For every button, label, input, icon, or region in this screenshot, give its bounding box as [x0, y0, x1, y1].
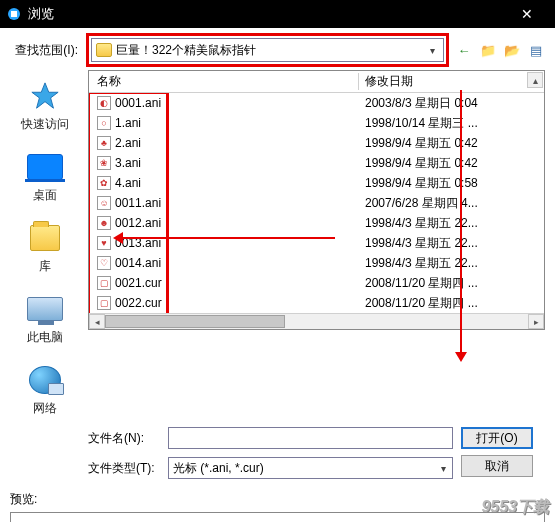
svg-marker-2	[32, 83, 58, 108]
file-name: 1.ani	[115, 116, 141, 130]
col-date-header[interactable]: 修改日期	[359, 73, 544, 90]
file-name: 0013.ani	[115, 236, 161, 250]
lookin-label: 查找范围(I):	[10, 42, 82, 59]
close-button[interactable]: ✕	[505, 6, 549, 22]
scroll-track[interactable]	[105, 314, 528, 329]
place-label: 桌面	[33, 187, 57, 204]
place-label: 此电脑	[27, 329, 63, 346]
file-row[interactable]: ❀3.ani1998/9/4 星期五 0:42	[89, 153, 544, 173]
place-label: 库	[39, 258, 51, 275]
scroll-up-button[interactable]: ▴	[527, 72, 543, 88]
filename-row: 文件名(N):	[88, 427, 453, 449]
network-icon	[29, 366, 61, 394]
file-icon: ♥	[97, 236, 111, 250]
preview-label: 预览:	[10, 491, 555, 508]
file-date: 1998/9/4 星期五 0:42	[359, 155, 544, 172]
file-row[interactable]: ☺0011.ani2007/6/28 星期四 4...	[89, 193, 544, 213]
place-quickaccess[interactable]: 快速访问	[21, 80, 69, 133]
watermark: 9553下载	[481, 497, 549, 518]
file-list-area: 名称 修改日期 ▴ ◐0001.ani2003/8/3 星期日 0:04○1.a…	[88, 70, 545, 330]
desktop-icon	[27, 154, 63, 180]
pc-icon	[27, 297, 63, 321]
file-row[interactable]: ✿4.ani1998/9/4 星期五 0:58	[89, 173, 544, 193]
svg-rect-1	[11, 11, 17, 17]
app-icon	[6, 6, 22, 22]
file-row[interactable]: ♣2.ani1998/9/4 星期五 0:42	[89, 133, 544, 153]
file-date: 2003/8/3 星期日 0:04	[359, 95, 544, 112]
file-name: 0011.ani	[115, 196, 161, 210]
place-desktop[interactable]: 桌面	[27, 151, 63, 204]
filetype-row: 文件类型(T): 光标 (*.ani, *.cur)	[88, 457, 453, 479]
column-headers: 名称 修改日期	[89, 71, 544, 93]
open-button[interactable]: 打开(O)	[461, 427, 533, 449]
file-date: 1998/4/3 星期五 22...	[359, 255, 544, 272]
file-date: 2008/11/20 星期四 ...	[359, 295, 544, 312]
col-name-header[interactable]: 名称	[89, 73, 359, 90]
file-name: 2.ani	[115, 136, 141, 150]
file-row[interactable]: ◐0001.ani2003/8/3 星期日 0:04	[89, 93, 544, 113]
file-row[interactable]: ▢0022.cur2008/11/20 星期四 ...	[89, 293, 544, 313]
chevron-down-icon: ▾	[430, 45, 439, 56]
file-name: 0001.ani	[115, 96, 161, 110]
file-date: 1998/10/14 星期三 ...	[359, 115, 544, 132]
scroll-right-button[interactable]: ▸	[528, 314, 544, 329]
file-icon: ☺	[97, 196, 111, 210]
filetype-combo[interactable]: 光标 (*.ani, *.cur)	[168, 457, 453, 479]
lookin-row: 查找范围(I): 巨量！322个精美鼠标指针 ▾ ← 📁 📂 ▤	[10, 34, 545, 66]
library-icon	[30, 225, 60, 251]
window-title: 浏览	[28, 5, 505, 23]
file-icon: ☻	[97, 216, 111, 230]
file-row[interactable]: ♡0014.ani1998/4/3 星期五 22...	[89, 253, 544, 273]
file-date: 1998/4/3 星期五 22...	[359, 235, 544, 252]
file-name: 4.ani	[115, 176, 141, 190]
views-button[interactable]: ▤	[527, 41, 545, 59]
file-name: 0022.cur	[115, 296, 162, 310]
filename-input[interactable]	[168, 427, 453, 449]
file-icon: ❀	[97, 156, 111, 170]
up-button[interactable]: 📁	[479, 41, 497, 59]
lookin-combo[interactable]: 巨量！322个精美鼠标指针 ▾	[91, 38, 444, 62]
cancel-button[interactable]: 取消	[461, 455, 533, 477]
file-date: 1998/9/4 星期五 0:42	[359, 135, 544, 152]
place-library[interactable]: 库	[27, 222, 63, 275]
file-icon: ✿	[97, 176, 111, 190]
file-date: 2008/11/20 星期四 ...	[359, 275, 544, 292]
file-list[interactable]: ◐0001.ani2003/8/3 星期日 0:04○1.ani1998/10/…	[89, 93, 544, 313]
file-date: 2007/6/28 星期四 4...	[359, 195, 544, 212]
filename-label: 文件名(N):	[88, 430, 160, 447]
place-label: 网络	[33, 400, 57, 417]
place-thispc[interactable]: 此电脑	[27, 293, 63, 346]
file-row[interactable]: ☻0012.ani1998/4/3 星期五 22...	[89, 213, 544, 233]
file-row[interactable]: ▢0021.cur2008/11/20 星期四 ...	[89, 273, 544, 293]
file-date: 1998/4/3 星期五 22...	[359, 215, 544, 232]
file-icon: ○	[97, 116, 111, 130]
scroll-thumb[interactable]	[105, 315, 285, 328]
scroll-left-button[interactable]: ◂	[89, 314, 105, 329]
file-icon: ♣	[97, 136, 111, 150]
place-network[interactable]: 网络	[27, 364, 63, 417]
lookin-highlight: 巨量！322个精美鼠标指针 ▾	[86, 33, 449, 67]
places-bar: 快速访问 桌面 库 此电脑 网络	[10, 70, 80, 417]
file-name: 0021.cur	[115, 276, 162, 290]
titlebar: 浏览 ✕	[0, 0, 555, 28]
place-label: 快速访问	[21, 116, 69, 133]
file-row[interactable]: ♥0013.ani1998/4/3 星期五 22...	[89, 233, 544, 253]
file-name: 0014.ani	[115, 256, 161, 270]
file-icon: ♡	[97, 256, 111, 270]
file-date: 1998/9/4 星期五 0:58	[359, 175, 544, 192]
file-icon: ◐	[97, 96, 111, 110]
lookin-toolbar: ← 📁 📂 ▤	[455, 41, 545, 59]
newfolder-button[interactable]: 📂	[503, 41, 521, 59]
file-name: 0012.ani	[115, 216, 161, 230]
filetype-label: 文件类型(T):	[88, 460, 160, 477]
preview-box	[10, 512, 545, 522]
file-icon: ▢	[97, 296, 111, 310]
back-button[interactable]: ←	[455, 41, 473, 59]
folder-icon	[96, 43, 112, 57]
hscrollbar[interactable]: ◂ ▸	[89, 313, 544, 329]
file-row[interactable]: ○1.ani1998/10/14 星期三 ...	[89, 113, 544, 133]
file-name: 3.ani	[115, 156, 141, 170]
file-icon: ▢	[97, 276, 111, 290]
lookin-folder-name: 巨量！322个精美鼠标指针	[116, 42, 256, 59]
main-area: 快速访问 桌面 库 此电脑 网络 名称 修改日期	[10, 70, 545, 417]
